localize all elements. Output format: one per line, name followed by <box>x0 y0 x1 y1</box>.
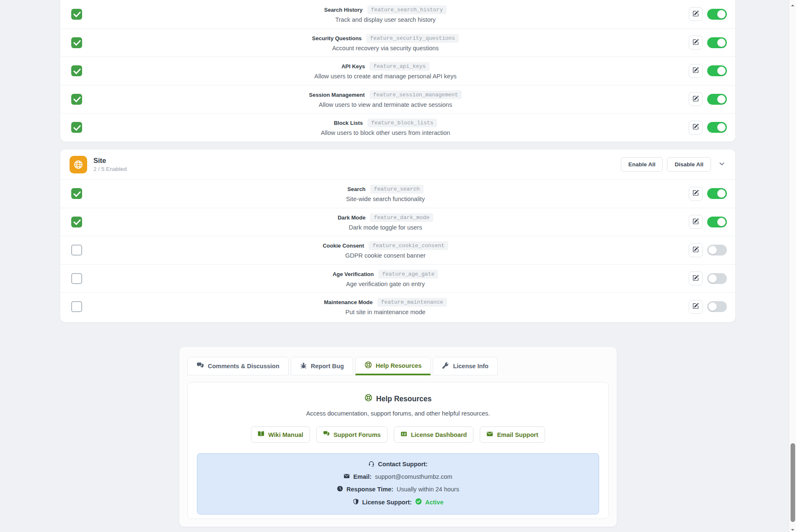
panel-subtitle: Access documentation, support forums, an… <box>188 410 608 417</box>
feature-checkbox[interactable] <box>71 37 82 48</box>
feature-toggle[interactable] <box>707 9 727 20</box>
tab-bar: Comments & Discussion Report Bug Help Re… <box>187 357 617 375</box>
feature-name: Age Verification <box>333 271 374 277</box>
shield-icon <box>353 498 359 506</box>
scroll-down-arrow-icon[interactable] <box>791 526 795 530</box>
email-support-button[interactable]: Email Support <box>480 426 545 443</box>
feature-code-badge: feature_maintenance <box>377 298 447 307</box>
license-support-line: License Support: Active <box>202 498 594 506</box>
toggle-knob <box>708 274 717 283</box>
edit-feature-button[interactable] <box>689 187 703 201</box>
edit-feature-button[interactable] <box>689 215 703 229</box>
feature-toggle[interactable] <box>707 217 727 227</box>
toggle-knob <box>717 67 726 75</box>
feature-row: Security Questionsfeature_security_quest… <box>60 28 735 57</box>
edit-feature-button[interactable] <box>689 300 703 314</box>
feature-checkbox[interactable] <box>71 217 82 227</box>
comments-icon <box>323 431 330 439</box>
feature-name: Block Lists <box>334 120 363 126</box>
feature-description: Age verification gate on entry <box>82 281 689 287</box>
toggle-knob <box>717 10 726 18</box>
tab-label: License Info <box>453 363 488 369</box>
pencil-square-icon <box>693 96 699 103</box>
feature-checkbox[interactable] <box>71 65 82 76</box>
help-resources-panel: Help Resources Access documentation, sup… <box>187 382 609 519</box>
scroll-up-arrow-icon[interactable] <box>791 2 795 6</box>
enable-all-button[interactable]: Enable All <box>621 157 663 172</box>
feature-checkbox[interactable] <box>71 188 82 199</box>
contact-support-title: Contact Support: <box>378 461 427 467</box>
feature-code-badge: feature_dark_mode <box>370 213 433 222</box>
email-label: Email: <box>353 473 372 480</box>
headset-icon <box>368 460 375 468</box>
feature-row: Cookie Consentfeature_cookie_consent GDP… <box>60 236 735 264</box>
feature-code-badge: feature_age_gate <box>378 270 438 279</box>
pencil-square-icon <box>693 275 699 282</box>
scrollbar-thumb[interactable] <box>791 443 795 522</box>
globe-icon <box>70 156 87 173</box>
toggle-knob <box>717 95 726 103</box>
collapse-group-button[interactable] <box>718 160 725 168</box>
feature-row: Searchfeature_search Site-wide search fu… <box>60 179 735 208</box>
edit-feature-button[interactable] <box>689 64 703 78</box>
tab-help-resources[interactable]: Help Resources <box>355 357 431 375</box>
edit-feature-button[interactable] <box>689 243 703 257</box>
feature-checkbox[interactable] <box>71 245 82 256</box>
wiki-manual-button[interactable]: Wiki Manual <box>251 426 310 443</box>
feature-checkbox[interactable] <box>71 273 82 284</box>
feature-toggle[interactable] <box>707 37 727 48</box>
bug-icon <box>300 362 307 370</box>
edit-feature-button[interactable] <box>689 92 703 106</box>
edit-feature-button[interactable] <box>689 271 703 285</box>
chevron-down-icon <box>718 160 725 168</box>
feature-toggle[interactable] <box>707 245 727 256</box>
license-dashboard-button[interactable]: License Dashboard <box>394 426 474 443</box>
contact-support-title-line: Contact Support: <box>202 460 594 468</box>
life-ring-icon <box>364 394 372 404</box>
feature-toggle[interactable] <box>707 301 727 312</box>
pencil-square-icon <box>693 190 699 197</box>
pencil-square-icon <box>693 218 699 226</box>
toggle-knob <box>717 189 726 198</box>
toggle-knob <box>717 39 726 47</box>
feature-checkbox[interactable] <box>71 9 82 20</box>
tab-comments-discussion[interactable]: Comments & Discussion <box>187 357 289 375</box>
feature-name: Dark Mode <box>338 214 365 221</box>
feature-description: Allow users to view and terminate active… <box>82 101 689 108</box>
id-card-icon <box>401 431 407 439</box>
tab-license-info[interactable]: License Info <box>433 357 498 375</box>
feature-description: Account recovery via security questions <box>82 45 689 52</box>
feature-toggle[interactable] <box>707 122 727 133</box>
tab-report-bug[interactable]: Report Bug <box>291 357 353 375</box>
feature-description: Site-wide search functionality <box>82 196 689 202</box>
edit-feature-button[interactable] <box>689 121 703 134</box>
license-status-value: Active <box>425 499 444 506</box>
edit-feature-button[interactable] <box>689 7 703 21</box>
feature-toggle[interactable] <box>707 65 727 76</box>
book-icon <box>258 431 264 439</box>
contact-email-line: Email: support@comusthumbz.com <box>202 473 594 480</box>
feature-group-card: Search Historyfeature_search_history Tra… <box>60 0 735 142</box>
feature-row: API Keysfeature_api_keys Allow users to … <box>60 57 735 85</box>
tab-label: Report Bug <box>311 363 344 369</box>
feature-code-badge: feature_cookie_consent <box>369 241 448 250</box>
feature-code-badge: feature_api_keys <box>370 62 429 71</box>
feature-checkbox[interactable] <box>71 122 82 133</box>
feature-description: Allow users to create and manage persona… <box>82 73 689 80</box>
feature-checkbox[interactable] <box>71 301 82 312</box>
feature-checkbox[interactable] <box>71 94 82 105</box>
feature-name: API Keys <box>341 63 365 70</box>
key-icon <box>442 362 449 370</box>
site-feature-group-card: Site 2 / 5 Enabled Enable All Disable Al… <box>60 150 735 322</box>
feature-toggle[interactable] <box>707 273 727 284</box>
pencil-square-icon <box>693 67 699 75</box>
feature-row: Dark Modefeature_dark_mode Dark mode tog… <box>60 208 735 236</box>
toggle-knob <box>708 302 717 311</box>
check-circle-icon <box>415 498 422 506</box>
feature-toggle[interactable] <box>707 94 727 105</box>
edit-feature-button[interactable] <box>689 36 703 49</box>
disable-all-button[interactable]: Disable All <box>667 157 711 172</box>
support-forums-button[interactable]: Support Forums <box>316 426 388 443</box>
feature-toggle[interactable] <box>707 188 727 199</box>
page-scrollbar[interactable] <box>789 0 796 532</box>
